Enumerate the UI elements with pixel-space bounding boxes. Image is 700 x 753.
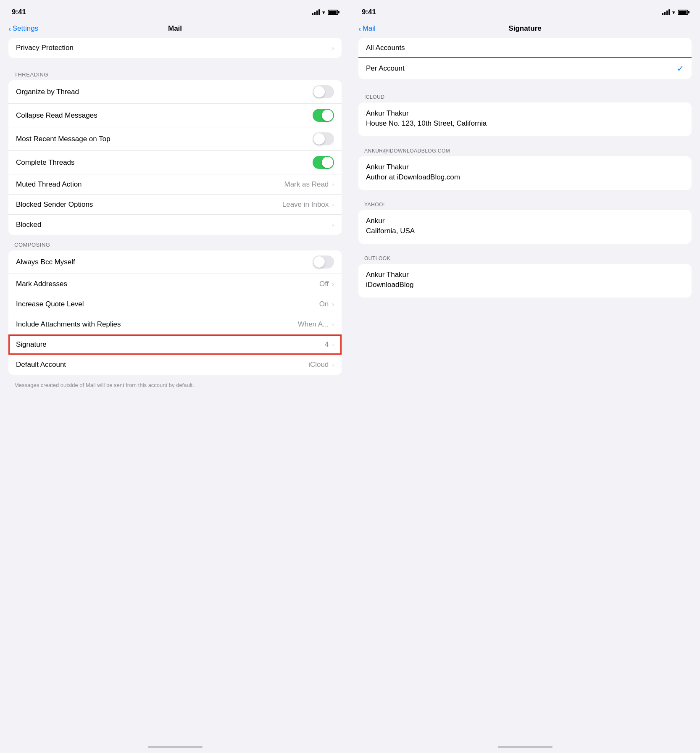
collapse-toggle[interactable]: [313, 109, 334, 122]
right-screen: 9:41 ▾ ‹ Mail Signature All Accounts P: [350, 0, 700, 753]
increase-quote-label: Increase Quote Level: [16, 300, 84, 308]
privacy-group: Privacy Protection ›: [8, 38, 342, 58]
back-button-left[interactable]: ‹ Settings: [8, 24, 38, 34]
blocked-sender-row[interactable]: Blocked Sender Options Leave in Inbox ›: [8, 195, 342, 215]
include-attachments-value: When A...: [298, 320, 329, 329]
chevron-icon: ›: [332, 221, 334, 228]
muted-thread-label: Muted Thread Action: [16, 180, 82, 189]
most-recent-toggle[interactable]: [313, 132, 334, 145]
chevron-icon: ›: [332, 45, 334, 51]
privacy-row[interactable]: Privacy Protection ›: [8, 38, 342, 58]
status-bar-left: 9:41 ▾: [0, 0, 350, 21]
increase-quote-value: On: [319, 300, 329, 308]
always-bcc-toggle[interactable]: [313, 255, 334, 269]
icloud-sig-line1: Ankur Thakur: [366, 108, 684, 118]
yahoo-sig-line1: Ankur: [366, 216, 684, 226]
wifi-icon-right: ▾: [672, 9, 675, 16]
mark-addresses-label: Mark Addresses: [16, 280, 67, 288]
always-bcc-row[interactable]: Always Bcc Myself: [8, 250, 342, 274]
default-account-value: iCloud: [308, 361, 329, 369]
wifi-icon: ▾: [322, 9, 325, 16]
blocked-row[interactable]: Blocked ›: [8, 215, 342, 235]
icloud-signature-card[interactable]: Ankur Thakur House No. 123, 10th Street,…: [358, 103, 692, 136]
chevron-icon: ›: [332, 181, 334, 188]
muted-thread-value: Mark as Read: [284, 180, 329, 189]
outlook-sig-line2: iDownloadBlog: [366, 280, 684, 290]
battery-icon-right: [678, 10, 688, 15]
back-button-right[interactable]: ‹ Mail: [358, 24, 376, 34]
blocked-label: Blocked: [16, 221, 41, 229]
nav-bar-right: ‹ Mail Signature: [350, 21, 700, 38]
complete-threads-row[interactable]: Complete Threads: [8, 151, 342, 174]
yahoo-sig-line2: California, USA: [366, 226, 684, 236]
signature-label: Signature: [16, 340, 47, 349]
signature-value: 4: [325, 340, 329, 349]
signal-icon: [312, 9, 320, 15]
idownload-sig-line1: Ankur Thakur: [366, 162, 684, 172]
organize-by-thread-row[interactable]: Organize by Thread: [8, 80, 342, 104]
icloud-section-label: ICLOUD: [350, 89, 700, 103]
threading-section-label: THREADING: [0, 68, 350, 80]
muted-thread-row[interactable]: Muted Thread Action Mark as Read ›: [8, 174, 342, 195]
home-indicator-right: [350, 746, 700, 753]
battery-icon: [328, 10, 338, 15]
collapse-read-row[interactable]: Collapse Read Messages: [8, 104, 342, 127]
signal-icon-right: [662, 9, 670, 15]
idownload-sig-line2: Author at iDownloadBlog.com: [366, 172, 684, 182]
composing-group: Always Bcc Myself Mark Addresses Off › I…: [8, 250, 342, 375]
collapse-label: Collapse Read Messages: [16, 111, 97, 120]
outlook-sig-line1: Ankur Thakur: [366, 270, 684, 280]
signature-mode-group: All Accounts Per Account ✓: [358, 38, 692, 79]
yahoo-signature-card[interactable]: Ankur California, USA: [358, 210, 692, 244]
all-accounts-option[interactable]: All Accounts: [358, 38, 692, 58]
idownload-signature-card[interactable]: Ankur Thakur Author at iDownloadBlog.com: [358, 156, 692, 190]
chevron-icon: ›: [332, 201, 334, 208]
chevron-icon: ›: [332, 361, 334, 368]
icloud-sig-line2: House No. 123, 10th Street, California: [366, 118, 684, 129]
chevron-icon: ›: [332, 301, 334, 308]
outlook-section-label: OUTLOOK: [350, 250, 700, 264]
always-bcc-label: Always Bcc Myself: [16, 258, 75, 266]
privacy-label: Privacy Protection: [16, 44, 74, 52]
all-accounts-label: All Accounts: [366, 44, 405, 52]
nav-title-left: Mail: [168, 24, 182, 33]
privacy-right: ›: [331, 45, 334, 51]
complete-threads-label: Complete Threads: [16, 158, 75, 167]
back-arrow-icon: ‹: [8, 24, 11, 34]
threading-group: Organize by Thread Collapse Read Message…: [8, 80, 342, 235]
outlook-signature-card[interactable]: Ankur Thakur iDownloadBlog: [358, 264, 692, 298]
organize-toggle[interactable]: [313, 85, 334, 98]
checkmark-icon: ✓: [677, 63, 684, 74]
signature-row[interactable]: Signature 4 ›: [8, 334, 342, 355]
status-time-right: 9:41: [362, 8, 376, 16]
status-icons-right: ▾: [662, 9, 688, 16]
include-attachments-row[interactable]: Include Attachments with Replies When A.…: [8, 314, 342, 334]
nav-bar-left: ‹ Settings Mail: [0, 21, 350, 38]
per-account-option[interactable]: Per Account ✓: [358, 58, 692, 79]
complete-threads-toggle[interactable]: [313, 156, 334, 169]
nav-title-right: Signature: [508, 24, 541, 33]
footer-note: Messages created outside of Mail will be…: [0, 378, 350, 392]
most-recent-row[interactable]: Most Recent Message on Top: [8, 127, 342, 151]
blocked-sender-label: Blocked Sender Options: [16, 200, 93, 209]
back-label-left: Settings: [13, 24, 38, 33]
status-time-left: 9:41: [12, 8, 26, 16]
composing-section-label: COMPOSING: [0, 238, 350, 250]
default-account-label: Default Account: [16, 361, 66, 369]
increase-quote-row[interactable]: Increase Quote Level On ›: [8, 294, 342, 314]
include-attachments-label: Include Attachments with Replies: [16, 320, 121, 329]
back-label-right: Mail: [363, 24, 376, 33]
default-account-row[interactable]: Default Account iCloud ›: [8, 355, 342, 375]
idownload-section-label: ANKUR@IDOWNLOADBLOG.COM: [350, 143, 700, 156]
status-bar-right: 9:41 ▾: [350, 0, 700, 21]
per-account-label: Per Account: [366, 64, 405, 73]
left-screen: 9:41 ▾ ‹ Settings Mail Privacy Protectio…: [0, 0, 350, 753]
home-indicator-left: [0, 746, 350, 753]
status-icons-left: ▾: [312, 9, 338, 16]
blocked-sender-value: Leave in Inbox: [282, 200, 329, 209]
mark-addresses-row[interactable]: Mark Addresses Off ›: [8, 274, 342, 294]
chevron-icon: ›: [332, 321, 334, 328]
back-arrow-icon-right: ‹: [358, 24, 361, 34]
most-recent-label: Most Recent Message on Top: [16, 135, 111, 143]
mark-addresses-value: Off: [319, 280, 329, 288]
